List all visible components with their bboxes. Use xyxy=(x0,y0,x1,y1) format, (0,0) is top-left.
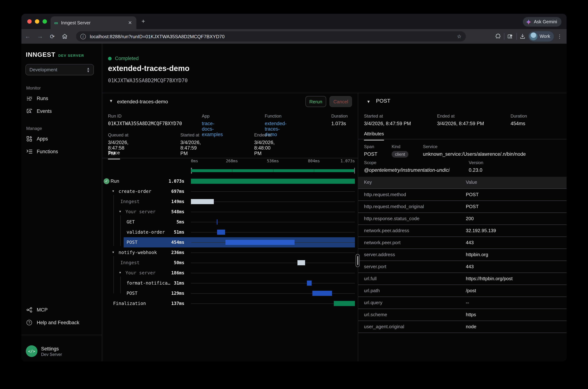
sidebar-item-settings[interactable]: </> Settings Dev Server xyxy=(26,345,62,357)
extensions-icon[interactable] xyxy=(495,33,501,40)
chevron-down-icon[interactable]: ▾ xyxy=(112,250,114,254)
url-bar[interactable]: i localhost:8288/run?runID=01KJXTWA35SA8… xyxy=(76,31,466,41)
back-icon[interactable]: ← xyxy=(22,33,34,40)
trace-row[interactable]: validate-order51ms xyxy=(102,227,358,237)
attribute-row[interactable]: url.path/post xyxy=(358,285,566,297)
trace-row[interactable]: Inngest149ms xyxy=(102,196,358,207)
collapse-chevron-icon[interactable]: ▼ xyxy=(367,99,371,104)
chevron-down-icon[interactable]: ▾ xyxy=(119,210,121,213)
span-bar[interactable] xyxy=(312,291,332,296)
apps-icon xyxy=(26,136,32,142)
trace-row[interactable]: Finalization137ms xyxy=(102,298,358,309)
span-field-label: Version xyxy=(469,160,483,165)
tab-close-icon[interactable]: ✕ xyxy=(127,20,133,26)
attribute-row[interactable]: url.schemehttps xyxy=(358,309,566,321)
trace-row[interactable]: POST129ms xyxy=(102,288,358,298)
sidebar-item-mcp[interactable]: MCP xyxy=(26,307,48,313)
forward-icon[interactable]: → xyxy=(34,33,46,40)
tab-trace[interactable]: Trace xyxy=(108,150,120,159)
minimize-window-button[interactable] xyxy=(35,19,39,24)
trace-row[interactable]: POST454ms xyxy=(102,237,358,247)
run-trace-panel: ▼ extended-traces-demo Rerun Cancel Run … xyxy=(102,93,358,361)
trace-row[interactable]: format-notifica…31ms xyxy=(102,278,358,288)
attribute-row[interactable]: url.fullhttps://httpbin.org/post xyxy=(358,273,566,285)
trace-row[interactable]: ▾notify-webhook236ms xyxy=(102,247,358,258)
meta-value-run-id: 01KJXTWA35SA8D2MCQF7BXYD70 xyxy=(108,121,182,126)
maximize-window-button[interactable] xyxy=(43,19,47,24)
settings-label: Settings xyxy=(41,346,62,351)
tab-attributes[interactable]: Attributes xyxy=(364,131,384,140)
bookmark-star-icon[interactable]: ☆ xyxy=(457,33,462,39)
span-bar[interactable] xyxy=(307,281,312,286)
span-bar[interactable] xyxy=(217,219,217,225)
attribute-row[interactable]: network.peer.port443 xyxy=(358,237,566,249)
chevron-down-icon[interactable]: ▾ xyxy=(112,189,114,193)
sidebar-item-runs[interactable]: Runs xyxy=(26,96,48,101)
attribute-row[interactable]: server.addresshttpbin.org xyxy=(358,249,566,261)
app-link[interactable]: trace-docs-examples xyxy=(202,121,223,137)
reload-icon[interactable]: ⟳ xyxy=(46,33,59,40)
trace-row[interactable]: ✓Run1.073s xyxy=(102,176,358,186)
sidebar-item-help[interactable]: ? Help and Feedback xyxy=(26,320,79,325)
span-label: POST xyxy=(126,290,137,296)
attribute-row[interactable]: network.peer.address32.192.95.139 xyxy=(358,225,566,237)
download-icon[interactable] xyxy=(519,33,526,40)
url-text[interactable]: localhost:8288/run?runID=01KJXTWA35SA8D2… xyxy=(90,34,457,39)
sidebar-item-apps[interactable]: Apps xyxy=(26,136,48,142)
trace-row[interactable]: ▾Your server186ms xyxy=(102,268,358,278)
span-duration: 1.073s xyxy=(148,179,184,184)
span-bar[interactable] xyxy=(334,301,355,306)
trace-row[interactable]: ▾Your server548ms xyxy=(102,207,358,217)
span-duration: 137ms xyxy=(148,301,184,306)
code-icon: </> xyxy=(26,345,37,357)
trace-row[interactable]: Inngest50ms xyxy=(102,258,358,268)
sidebar-item-events[interactable]: Events xyxy=(26,108,52,114)
site-info-icon[interactable]: i xyxy=(80,34,86,39)
environment-select[interactable]: Development ▲▼ xyxy=(26,64,94,75)
sidebar-item-functions[interactable]: Functions xyxy=(26,149,58,154)
run-id: 01KJXTWA35SA8D2MCQF7BXYD70 xyxy=(108,77,188,83)
span-bar[interactable] xyxy=(225,240,295,245)
attribute-row[interactable]: user_agent.originalnode xyxy=(358,321,566,333)
ask-gemini-button[interactable]: Ask Gemini xyxy=(523,17,561,27)
attribute-value: POST xyxy=(466,204,479,209)
attribute-row[interactable]: http.request.methodPOST xyxy=(358,189,566,201)
browser-menu-icon[interactable]: ⋮ xyxy=(556,33,563,39)
ask-gemini-label: Ask Gemini xyxy=(534,19,557,24)
span-bar[interactable] xyxy=(191,179,355,184)
chevron-down-icon[interactable]: ▾ xyxy=(119,271,121,274)
span-bar[interactable] xyxy=(191,199,214,204)
trace-waterfall: ✓Run1.073s▾create-order697msInngest149ms… xyxy=(102,176,358,309)
minimap-handle-right[interactable] xyxy=(354,168,355,174)
browser-tab[interactable]: ∞ Inngest Server ✕ xyxy=(51,16,136,29)
home-icon[interactable] xyxy=(59,33,71,39)
run-name: extended-traces-demo xyxy=(117,99,168,104)
trace-row[interactable]: ▾create-order697ms xyxy=(102,186,358,196)
close-window-button[interactable] xyxy=(27,19,32,24)
span-field-label: Service xyxy=(423,144,526,149)
span-field-label: Kind xyxy=(392,144,408,149)
cancel-button[interactable]: Cancel xyxy=(329,96,352,107)
dev-server-badge: DEV SERVER xyxy=(58,54,84,58)
collapse-chevron-icon[interactable]: ▼ xyxy=(109,99,113,103)
attribute-row[interactable]: url.query-- xyxy=(358,297,566,309)
scrollbar-thumb[interactable] xyxy=(356,254,360,267)
rerun-button[interactable]: Rerun xyxy=(305,96,326,107)
attribute-row[interactable]: http.response.status_code200 xyxy=(358,213,566,225)
sidebar-item-label: MCP xyxy=(37,307,48,313)
events-icon xyxy=(26,108,32,114)
attribute-row[interactable]: http.request.method_originalPOST xyxy=(358,201,566,213)
timeline-minimap[interactable] xyxy=(191,167,355,174)
span-bar[interactable] xyxy=(297,260,305,265)
new-tab-button[interactable]: + xyxy=(142,18,145,25)
trace-row[interactable]: GET5ms xyxy=(102,217,358,227)
timeline-axis: 0ms268ms536ms804ms1.073s xyxy=(102,159,358,164)
search-tabs-icon[interactable] xyxy=(507,33,514,40)
span-label: Inngest xyxy=(120,260,140,265)
span-field-value: POST xyxy=(364,151,378,157)
axis-tick-label: 804ms xyxy=(303,159,325,163)
main-content: Completed extended-traces-demo 01KJXTWA3… xyxy=(102,44,566,361)
span-bar[interactable] xyxy=(217,230,225,235)
profile-chip[interactable]: Work xyxy=(528,31,554,41)
attribute-row[interactable]: server.port443 xyxy=(358,261,566,273)
